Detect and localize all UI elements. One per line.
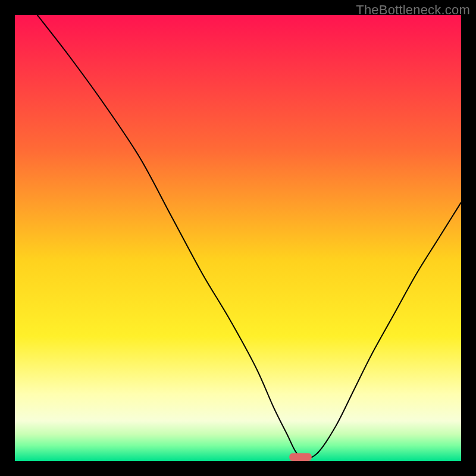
plot-area	[15, 15, 461, 461]
optimum-marker	[289, 453, 312, 462]
watermark-text: TheBottleneck.com	[356, 2, 470, 18]
chart-frame: TheBottleneck.com	[0, 0, 476, 476]
gradient-background	[15, 15, 461, 461]
plot-svg	[15, 15, 461, 461]
